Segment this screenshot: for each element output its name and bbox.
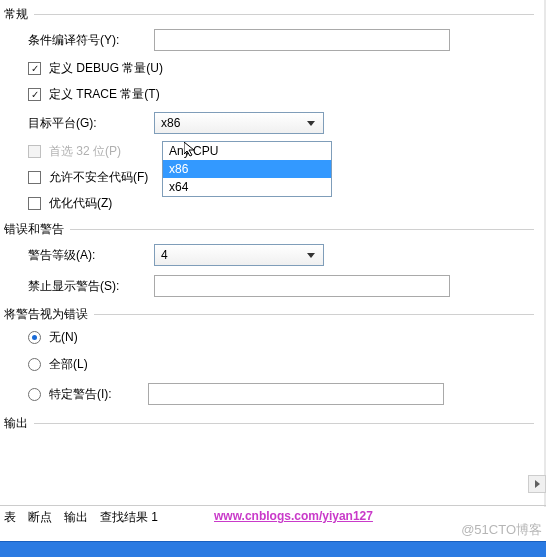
prefer32-checkbox <box>28 145 41 158</box>
warnlevel-combobox[interactable]: 4 <box>154 244 324 266</box>
platform-value: x86 <box>161 116 303 130</box>
trace-checkbox[interactable]: ✓ <box>28 88 41 101</box>
treat-specific-label: 特定警告(I): <box>49 386 148 403</box>
debug-label: 定义 DEBUG 常量(U) <box>49 60 163 77</box>
tab-table[interactable]: 表 <box>4 509 16 526</box>
prefer32-label: 首选 32 位(P) <box>49 143 121 160</box>
tab-output[interactable]: 输出 <box>64 509 88 526</box>
treat-all-radio[interactable] <box>28 358 41 371</box>
unsafe-label: 允许不安全代码(F) <box>49 169 148 186</box>
divider <box>34 423 534 424</box>
group-errors-label: 错误和警告 <box>4 221 64 238</box>
platform-combobox[interactable]: x86 <box>154 112 324 134</box>
treat-specific-radio[interactable] <box>28 388 41 401</box>
radio-dot-icon <box>32 335 37 340</box>
specific-input[interactable] <box>148 383 444 405</box>
treat-none-radio[interactable] <box>28 331 41 344</box>
group-output-label: 输出 <box>4 415 28 432</box>
dropdown-item-anycpu[interactable]: Any CPU <box>163 142 331 160</box>
debug-checkbox[interactable]: ✓ <box>28 62 41 75</box>
tab-breakpoints[interactable]: 断点 <box>28 509 52 526</box>
optimize-checkbox[interactable] <box>28 197 41 210</box>
check-icon: ✓ <box>31 90 39 100</box>
platform-label: 目标平台(G): <box>28 115 154 132</box>
conditional-input[interactable] <box>154 29 450 51</box>
divider <box>34 14 534 15</box>
platform-dropdown[interactable]: Any CPU x86 x64 <box>162 141 332 197</box>
dropdown-item-x64[interactable]: x64 <box>163 178 331 196</box>
chevron-down-icon <box>303 121 319 126</box>
conditional-label: 条件编译符号(Y): <box>28 32 154 49</box>
unsafe-checkbox[interactable] <box>28 171 41 184</box>
chevron-down-icon <box>303 253 319 258</box>
divider <box>94 314 534 315</box>
warnlevel-label: 警告等级(A): <box>28 247 154 264</box>
group-treat-label: 将警告视为错误 <box>4 306 88 323</box>
suppress-label: 禁止显示警告(S): <box>28 278 154 295</box>
watermark-url: www.cnblogs.com/yiyan127 <box>214 509 373 523</box>
status-bar <box>0 541 546 557</box>
watermark-text: @51CTO博客 <box>461 521 542 539</box>
treat-all-label: 全部(L) <box>49 356 88 373</box>
tab-findresults[interactable]: 查找结果 1 <box>100 509 158 526</box>
scroll-right-button[interactable] <box>528 475 546 493</box>
chevron-right-icon <box>535 480 540 488</box>
divider <box>70 229 534 230</box>
suppress-input[interactable] <box>154 275 450 297</box>
treat-none-label: 无(N) <box>49 329 78 346</box>
check-icon: ✓ <box>31 64 39 74</box>
trace-label: 定义 TRACE 常量(T) <box>49 86 160 103</box>
dropdown-item-x86[interactable]: x86 <box>163 160 331 178</box>
warnlevel-value: 4 <box>161 248 303 262</box>
optimize-label: 优化代码(Z) <box>49 195 112 212</box>
group-general-label: 常规 <box>4 6 28 23</box>
